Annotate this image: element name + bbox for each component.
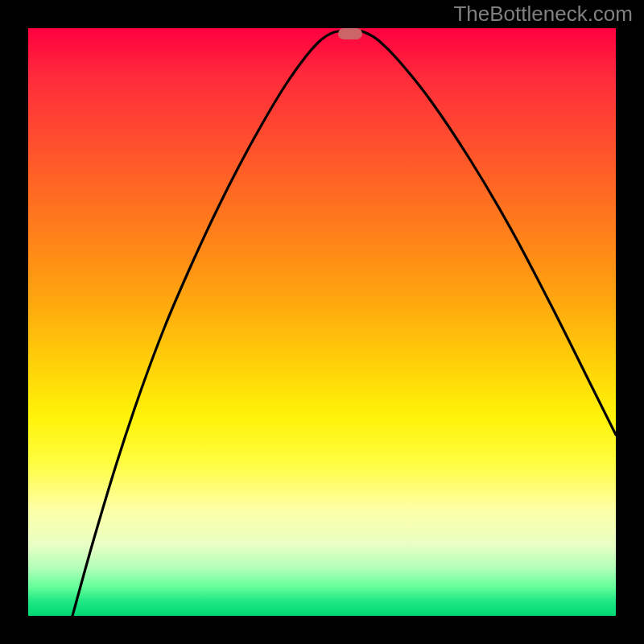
optimal-marker xyxy=(338,28,362,39)
plot-area xyxy=(28,28,616,616)
chart-frame: TheBottleneck.com xyxy=(0,0,644,644)
curve-svg xyxy=(28,28,616,616)
watermark-text: TheBottleneck.com xyxy=(453,2,633,27)
bottleneck-curve xyxy=(72,31,616,616)
